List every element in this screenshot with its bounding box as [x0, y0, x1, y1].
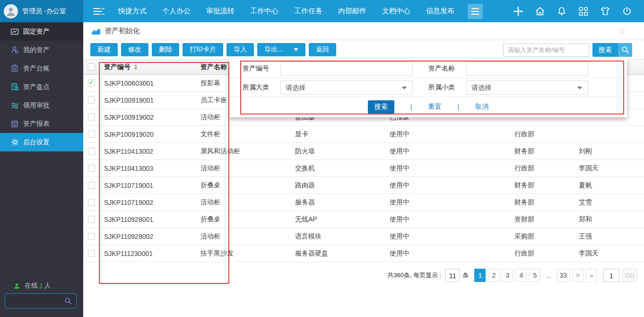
cell-user: 王强 [579, 228, 644, 245]
row-checkbox[interactable] [88, 199, 95, 206]
row-checkbox[interactable] [88, 114, 95, 121]
menu-toggle-button[interactable] [468, 4, 483, 19]
cell-status: 使用中 [390, 177, 514, 194]
select-all-checkbox[interactable] [88, 63, 95, 70]
toolbar-search: 搜索 [503, 43, 632, 57]
删除-button[interactable]: 删除 [152, 43, 179, 56]
row-checkbox[interactable] [88, 97, 95, 104]
export-label: 导出... [264, 45, 283, 54]
sort-icon[interactable] [134, 64, 138, 70]
user-brand[interactable]: 管理员 -办公室 [0, 0, 83, 22]
row-checkbox[interactable] [88, 250, 95, 257]
go-button[interactable]: GO [622, 269, 637, 282]
asset-code-label: 资产编号 [243, 64, 280, 73]
power-icon[interactable] [621, 6, 633, 17]
cell-user: 夏帆 [579, 177, 644, 194]
cell-dept: 财务部 [514, 177, 579, 194]
filter-asset-code-input[interactable] [280, 62, 413, 76]
cell-dept: 采购部 [514, 228, 579, 245]
page-button-4[interactable]: 4 [515, 269, 527, 282]
menu-item-工作中心[interactable]: 工作中心 [250, 7, 278, 16]
sidebar-nav: 固定资产我的资产资产台账资产盘点领用审批资产报表后台设置 [0, 22, 83, 151]
menu-item-信息发布[interactable]: 信息发布 [426, 7, 454, 16]
minor-category-select[interactable]: 请选择 [466, 80, 588, 95]
row-checkbox[interactable] [88, 148, 95, 155]
filter-cancel-button[interactable]: 取消 [475, 103, 488, 111]
goto-page-input[interactable] [603, 269, 619, 282]
导入-button[interactable]: 导入 [226, 43, 254, 56]
sidebar-item-资产台账[interactable]: 资产台账 [0, 59, 83, 78]
table-row[interactable]: SJKP100919020文件柜显卡使用中行政部 [83, 126, 644, 143]
menu-item-审批流转[interactable]: 审批流转 [206, 7, 235, 16]
sidebar-item-资产盘点[interactable]: 资产盘点 [0, 78, 83, 96]
cell-dept: 资财部 [514, 211, 579, 228]
sidebar-item-固定资产[interactable]: 固定资产 [0, 22, 83, 41]
filter-search-button[interactable]: 搜索 [368, 100, 394, 114]
row-checkbox[interactable] [88, 131, 95, 138]
menu-item-个人办公[interactable]: 个人办公 [162, 7, 191, 16]
home-icon[interactable] [534, 6, 546, 17]
sidebar-search-input[interactable] [5, 298, 64, 305]
sidebar-search-icon[interactable] [64, 297, 72, 305]
table-row[interactable]: SJKP110413002屏风和活动柜防火墙使用中财务部刘刚 [83, 143, 644, 160]
row-checkbox[interactable] [88, 165, 95, 172]
asset-search-input[interactable] [503, 44, 589, 57]
row-checkbox[interactable] [88, 216, 95, 223]
back-button[interactable]: 返回 [309, 43, 336, 56]
修改-button[interactable]: 修改 [121, 43, 148, 56]
collapse-menu-icon[interactable] [93, 7, 105, 16]
sidebar-item-资产报表[interactable]: 资产报表 [0, 114, 83, 133]
cell-code: SJKP110413003 [104, 160, 199, 176]
cell-code: SJKP100919020 [104, 126, 199, 142]
page-button-5[interactable]: 5 [529, 269, 540, 282]
sidebar-item-label: 资产盘点 [23, 83, 50, 91]
row-checkbox[interactable] [88, 79, 95, 87]
table-row[interactable]: SJKP110413003活动柜交换机使用中行政部李国天 [83, 160, 644, 177]
inventory-icon [10, 83, 19, 91]
search-button[interactable]: 搜索 [592, 43, 632, 57]
online-label: 在线 [25, 282, 38, 290]
menu-item-工作任务[interactable]: 工作任务 [294, 7, 322, 16]
menu-item-内部邮件[interactable]: 内部邮件 [338, 7, 366, 16]
cell-code: SJKP111230001 [104, 245, 199, 262]
apps-icon[interactable] [578, 6, 589, 17]
新建-button[interactable]: 新建 [90, 43, 118, 56]
report-icon [10, 120, 19, 128]
sidebar-item-label: 资产报表 [23, 120, 50, 128]
table-row[interactable]: SJKP110928001折叠桌无线AP使用中资财部郑和 [83, 211, 644, 228]
sidebar-item-我的资产[interactable]: 我的资产 [0, 41, 83, 59]
next-page-button[interactable]: > [572, 269, 583, 282]
page-button-3[interactable]: 3 [502, 269, 513, 282]
table-row[interactable]: SJKP110719002活动柜服务器使用中财务部艾雪 [83, 194, 644, 211]
sidebar-item-label: 我的资产 [23, 46, 50, 54]
page-button-33[interactable]: 33 [557, 269, 570, 282]
menu-item-文档中心[interactable]: 文档中心 [382, 7, 410, 16]
打印卡片-button[interactable]: 打印卡片 [183, 43, 223, 56]
table-row[interactable]: SJKP110928002活动柜语言模块使用中采购部王强 [83, 228, 644, 245]
cell-name2: 路由器 [295, 177, 388, 194]
table-row[interactable]: SJKP110719001折叠桌路由器使用中财务部夏帆 [83, 177, 644, 194]
bell-icon[interactable] [556, 6, 567, 17]
page-title: 资产初始化 [104, 26, 140, 35]
export-button[interactable]: 导出... [257, 43, 305, 56]
sidebar-item-领用审批[interactable]: 领用审批 [0, 96, 83, 114]
major-category-select[interactable]: 请选择 [280, 80, 413, 95]
last-page-button[interactable]: » [586, 269, 597, 282]
row-checkbox[interactable] [88, 182, 95, 189]
theme-icon[interactable] [600, 6, 611, 17]
page-button-1[interactable]: 1 [474, 269, 486, 282]
sidebar-item-label: 后台设置 [23, 138, 50, 147]
page-size-input[interactable] [445, 269, 460, 282]
row-checkbox[interactable] [88, 233, 95, 240]
sidebar-item-后台设置[interactable]: 后台设置 [0, 133, 83, 151]
favorite-star-icon[interactable]: ☆ [618, 26, 626, 36]
table-row[interactable]: SJKP111230001扶手黑沙发服务器硬盘使用中行政部李国天 [83, 245, 644, 262]
plus-icon[interactable] [513, 6, 524, 17]
major-category-label: 所属大类 [243, 83, 280, 92]
page-button-2[interactable]: 2 [488, 269, 499, 282]
filter-asset-name-input[interactable] [466, 62, 588, 76]
menu-item-快捷方式[interactable]: 快捷方式 [118, 7, 147, 16]
page-buttons: 12345...33>» [474, 269, 600, 282]
header-asset-code[interactable]: 资产编号 [104, 60, 199, 74]
filter-reset-button[interactable]: 重置 [428, 103, 442, 111]
